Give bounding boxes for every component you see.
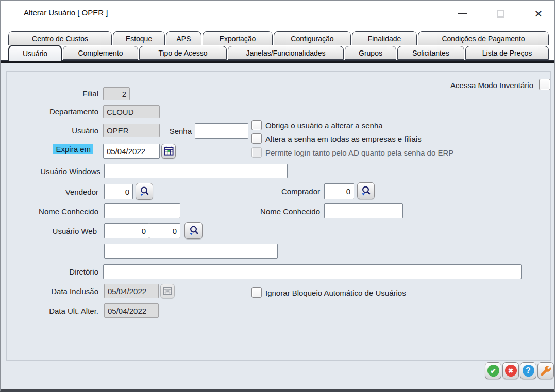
usuario-web-field-1[interactable] <box>104 223 149 238</box>
magnifier-icon <box>188 225 200 237</box>
tab-condicoes-de-pagamento[interactable]: Condições de Pagamento <box>418 31 549 45</box>
filial-label: Filial <box>82 89 98 98</box>
obriga-alterar-senha-checkbox[interactable] <box>251 120 262 130</box>
tab-configuracao[interactable]: Configuração <box>274 31 351 45</box>
magnifier-icon <box>138 185 150 198</box>
tab-exportacao[interactable]: Exportação <box>203 31 273 45</box>
departamento-field <box>103 105 160 118</box>
nome-conhecido-comprador-label: Nome Conhecido <box>260 207 320 216</box>
tab-aps[interactable]: APS <box>166 31 201 45</box>
acessa-modo-inventario-label: Acessa Modo Inventário <box>450 81 533 90</box>
nome-conhecido-vendedor-label: Nome Conhecido <box>39 207 98 216</box>
check-circle-icon: ✔ <box>487 365 499 377</box>
title-bar: Alterar Usuário [ OPER ] ✕ <box>1 1 554 31</box>
minimize-icon <box>458 13 467 14</box>
usuario-windows-label: Usuário Windows <box>40 167 100 176</box>
confirm-button[interactable]: ✔ <box>485 362 501 379</box>
obriga-alterar-senha-label: Obriga o usuário a alterar a senha <box>265 121 383 130</box>
filial-field <box>103 87 130 100</box>
expira-em-calendar-button[interactable] <box>161 144 176 159</box>
tab-tipo-de-acesso[interactable]: Tipo de Acesso <box>139 46 227 60</box>
expira-em-field[interactable] <box>103 144 160 159</box>
nome-conhecido-comprador-field[interactable] <box>324 203 403 218</box>
nome-conhecido-vendedor-field[interactable] <box>104 203 180 218</box>
close-button[interactable]: ✕ <box>529 6 548 22</box>
acessa-modo-inventario-checkbox[interactable] <box>539 79 550 90</box>
tab-estoque[interactable]: Estoque <box>113 31 165 45</box>
maximize-icon <box>497 10 504 18</box>
calendar-icon-disabled <box>163 286 172 296</box>
vendedor-label: Vendedor <box>65 188 98 196</box>
expira-em-label: Expira em <box>53 144 93 154</box>
comprador-search-button[interactable] <box>357 182 375 199</box>
tab-usuario[interactable]: Usuário <box>8 45 62 61</box>
wrench-icon <box>540 365 551 377</box>
magnifier-icon <box>360 185 372 197</box>
senha-field[interactable] <box>195 123 248 139</box>
minimize-button[interactable] <box>452 6 472 22</box>
tools-button[interactable] <box>537 362 554 379</box>
data-inclusao-label: Data Inclusão <box>51 287 98 296</box>
diretorio-field[interactable] <box>103 264 522 279</box>
tab-complemento[interactable]: Complemento <box>63 46 138 60</box>
departamento-label: Departamento <box>49 107 98 116</box>
maximize-button <box>491 6 510 22</box>
question-circle-icon: ? <box>523 365 534 377</box>
close-icon: ✕ <box>534 9 543 19</box>
usuario-windows-field[interactable] <box>104 164 288 178</box>
cancel-button[interactable]: ✖ <box>502 362 519 379</box>
vendedor-field[interactable] <box>104 184 133 199</box>
usuario-web-field-2[interactable] <box>149 223 180 238</box>
tab-finalidade[interactable]: Finalidade <box>352 31 417 45</box>
usuario-web-search-button[interactable] <box>184 222 203 239</box>
ignorar-bloqueio-checkbox[interactable] <box>251 287 262 298</box>
tab-grupos[interactable]: Grupos <box>345 46 396 60</box>
usuario-field <box>103 124 160 137</box>
help-button[interactable]: ? <box>520 362 536 379</box>
altera-senha-empresas-checkbox[interactable] <box>251 133 262 144</box>
usuario-web-extra-field[interactable] <box>104 244 278 259</box>
tab-row-1: Centro de Custos Estoque APS Exportação … <box>8 31 549 45</box>
comprador-label: Comprador <box>281 187 320 196</box>
window-title: Alterar Usuário [ OPER ] <box>24 8 108 17</box>
data-inclusao-field <box>104 284 159 298</box>
usuario-label: Usuário <box>72 126 98 135</box>
dialog-alterar-usuario: Alterar Usuário [ OPER ] ✕ Centro de Cus… <box>0 0 555 392</box>
ignorar-bloqueio-label: Ignorar Bloqueio Automático de Usuários <box>265 288 406 297</box>
tab-solicitantes[interactable]: Solicitantes <box>397 46 464 60</box>
diretorio-label: Diretório <box>69 267 98 276</box>
calendar-icon <box>164 146 174 156</box>
senha-label: Senha <box>170 127 192 135</box>
permite-login-ad-label: Permite login tanto pelo AD quanto pela … <box>265 148 453 157</box>
tab-content-separator <box>1 60 554 63</box>
vendedor-search-button[interactable] <box>136 183 153 200</box>
tab-row-2: Usuário Complemento Tipo de Acesso Janel… <box>8 46 549 60</box>
data-ult-alter-label: Data Ult. Alter. <box>49 306 98 315</box>
usuario-web-label: Usuário Web <box>53 227 97 235</box>
comprador-field[interactable] <box>324 183 354 199</box>
data-inclusao-calendar-button <box>160 284 175 298</box>
tab-centro-de-custos[interactable]: Centro de Custos <box>8 31 112 45</box>
permite-login-ad-checkbox <box>251 147 262 158</box>
tab-janelas-funcionalidades[interactable]: Janelas/Funcionalidades <box>228 46 344 60</box>
x-circle-icon: ✖ <box>505 365 517 377</box>
tab-lista-de-precos[interactable]: Lista de Preços <box>465 46 549 60</box>
data-ult-alter-field <box>104 303 159 318</box>
altera-senha-empresas-label: Altera a senha em todas as empresas e fi… <box>265 134 422 143</box>
